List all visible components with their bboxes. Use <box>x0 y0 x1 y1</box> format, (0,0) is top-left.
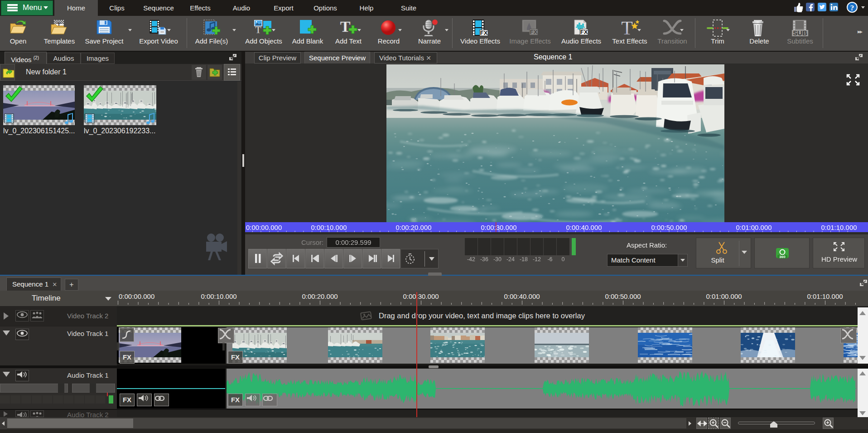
svg-text:-24: -24 <box>506 256 515 263</box>
svg-text:0:01:10.000: 0:01:10.000 <box>807 292 843 300</box>
svg-text:-42: -42 <box>467 256 475 263</box>
svg-text:0:01:10.000: 0:01:10.000 <box>821 224 857 231</box>
svg-text:0:01:00.000: 0:01:00.000 <box>706 292 742 300</box>
svg-text:T: T <box>340 19 351 35</box>
svg-text:T: T <box>621 19 633 37</box>
svg-text:-30: -30 <box>493 256 502 263</box>
svg-text:FX: FX <box>580 29 588 35</box>
svg-text:0:00:10.000: 0:00:10.000 <box>201 292 236 300</box>
svg-text:360: 360 <box>779 255 786 259</box>
svg-text:T: T <box>255 24 261 35</box>
svg-text:0:00:50.000: 0:00:50.000 <box>605 292 641 300</box>
svg-text:-18: -18 <box>520 256 528 263</box>
svg-text:-36: -36 <box>480 256 488 263</box>
svg-text:0:00:30.000: 0:00:30.000 <box>481 224 516 231</box>
svg-text:?: ? <box>850 4 854 12</box>
svg-text:0:00:40.000: 0:00:40.000 <box>504 292 540 300</box>
svg-text:FX: FX <box>530 29 538 35</box>
svg-text:0:00:00.000: 0:00:00.000 <box>119 292 154 300</box>
svg-text:FX: FX <box>480 29 488 36</box>
svg-text:0:00:30.000: 0:00:30.000 <box>403 292 439 300</box>
svg-text:0:00:20.000: 0:00:20.000 <box>302 292 338 300</box>
svg-text:0: 0 <box>562 256 565 263</box>
svg-text:0:00:50.000: 0:00:50.000 <box>651 224 687 231</box>
svg-text:-12: -12 <box>533 256 541 263</box>
svg-text:0:00:40.000: 0:00:40.000 <box>566 224 602 231</box>
svg-text:0:00:00.000: 0:00:00.000 <box>246 224 282 231</box>
svg-text:SUB: SUB <box>793 29 807 37</box>
svg-text:0:01:00.000: 0:01:00.000 <box>736 224 772 231</box>
svg-text:0:00:10.000: 0:00:10.000 <box>311 224 347 231</box>
svg-text:0:00:20.000: 0:00:20.000 <box>395 224 431 231</box>
svg-text:-6: -6 <box>547 256 552 263</box>
